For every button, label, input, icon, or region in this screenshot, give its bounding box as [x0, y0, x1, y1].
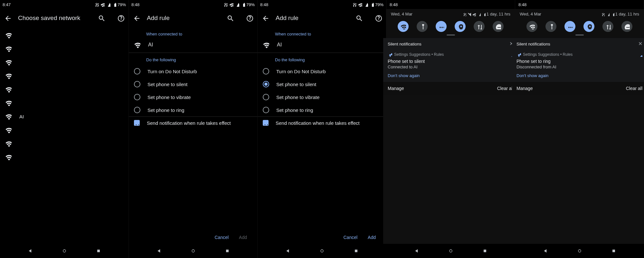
back-button[interactable]: [261, 14, 269, 22]
search-button[interactable]: [226, 14, 234, 22]
rule-option[interactable]: Set phone to silent: [129, 78, 257, 91]
condition-row[interactable]: AI: [129, 39, 257, 53]
qs-expand-handle[interactable]: [447, 35, 455, 35]
notify-label: Send notification when rule takes effect: [276, 120, 360, 126]
notification-title: Phone set to silent: [388, 59, 514, 64]
clock: 8:48: [131, 2, 139, 7]
qs-tile-data[interactable]: [474, 21, 485, 32]
back-button[interactable]: [133, 14, 140, 22]
wifi-icon: [5, 73, 12, 79]
svg-point-3: [63, 250, 66, 252]
cancel-button[interactable]: Cancel: [343, 235, 357, 240]
search-button[interactable]: [355, 14, 363, 22]
section-when-header: When connected to: [129, 27, 257, 39]
notification-card[interactable]: Settings Suggestions • Rules Phone set t…: [512, 50, 644, 82]
rule-option[interactable]: Turn on Do Not Disturb: [258, 65, 386, 78]
notification-footer: Manage Clear all: [383, 82, 518, 95]
manage-button[interactable]: Manage: [516, 86, 533, 91]
nav-recents-icon[interactable]: [225, 248, 230, 253]
rule-option[interactable]: Set phone to ring: [129, 104, 257, 116]
network-name: AI: [19, 114, 24, 119]
qs-expand-handle[interactable]: [575, 35, 584, 35]
nav-back-icon[interactable]: [28, 248, 33, 253]
add-button[interactable]: Add: [368, 235, 376, 240]
notification-subtitle: Connected to AI: [388, 64, 514, 69]
qs-tile-flashlight[interactable]: [545, 21, 556, 32]
network-row[interactable]: [0, 83, 128, 96]
nav-recents-icon[interactable]: [354, 248, 359, 253]
qs-tile-dnd[interactable]: [493, 21, 504, 32]
network-row[interactable]: [0, 69, 128, 83]
page-title: Choose saved network: [18, 15, 91, 22]
wifi-icon: [134, 42, 140, 48]
nav-recents-icon[interactable]: [482, 248, 488, 253]
clear-all-button[interactable]: Clear all: [626, 86, 642, 91]
back-button[interactable]: [4, 14, 12, 22]
rule-option[interactable]: Set phone to vibrate: [258, 91, 386, 104]
rule-option-label: Turn on Do Not Disturb: [276, 69, 326, 74]
rule-option[interactable]: Set phone to silent: [258, 78, 386, 91]
qs-tile-flashlight[interactable]: [417, 21, 428, 32]
nav-home-icon[interactable]: [191, 248, 196, 253]
nav-home-icon[interactable]: [577, 248, 582, 253]
nav-home-icon[interactable]: [62, 248, 67, 253]
qs-tile-wifi[interactable]: [526, 21, 537, 32]
nav-back-icon[interactable]: [543, 248, 548, 253]
help-button[interactable]: [117, 14, 125, 22]
qs-date: Wed, 4 Mar: [520, 12, 541, 16]
qs-tile-location[interactable]: [583, 21, 594, 32]
notification-action-dont-show[interactable]: Don't show again: [516, 73, 642, 78]
nav-recents-icon[interactable]: [96, 248, 101, 253]
network-row[interactable]: AI: [0, 110, 128, 123]
network-row[interactable]: [0, 42, 128, 55]
condition-row[interactable]: AI: [258, 39, 386, 53]
qs-header: Wed, 4 Mar 1 day, 11 hrs: [390, 9, 512, 18]
network-row[interactable]: [0, 150, 128, 164]
chevron-up-icon[interactable]: [638, 52, 642, 57]
dimmed-background: [512, 95, 644, 244]
qs-tile-data[interactable]: [602, 21, 613, 32]
network-row[interactable]: [0, 123, 128, 137]
qs-tile-more[interactable]: [436, 21, 447, 32]
network-row[interactable]: [0, 137, 128, 150]
qs-tile-location[interactable]: [455, 21, 466, 32]
rule-option[interactable]: Turn on Do Not Disturb: [129, 65, 257, 78]
nav-back-icon[interactable]: [156, 248, 162, 253]
help-button[interactable]: [374, 14, 382, 22]
nav-home-icon[interactable]: [448, 248, 453, 253]
notification-action-dont-show[interactable]: Don't show again: [388, 73, 514, 78]
wifi-icon: [5, 59, 12, 65]
settings-icon: [516, 52, 521, 57]
search-button[interactable]: [98, 14, 105, 22]
status-bar: 8:48: [515, 0, 644, 9]
nav-back-icon[interactable]: [414, 248, 419, 253]
notify-toggle-row[interactable]: Send notification when rule takes effect: [129, 117, 257, 129]
bell-off-icon: [467, 12, 471, 16]
help-button[interactable]: [246, 14, 253, 22]
wifi-icon: [5, 140, 12, 147]
qs-tile-wifi[interactable]: [398, 21, 409, 32]
rule-option[interactable]: Set phone to ring: [258, 104, 386, 116]
status-bar: 8:48: [386, 0, 515, 9]
silent-section-close[interactable]: ✕: [638, 41, 642, 46]
clear-all-button[interactable]: Clear all: [497, 86, 514, 91]
qs-tile-more[interactable]: [564, 21, 575, 32]
network-row[interactable]: [0, 96, 128, 110]
notification-card[interactable]: Settings Suggestions • Rules Phone set t…: [383, 50, 518, 82]
wifi-icon: [100, 2, 105, 7]
screen-notification-silent: 8:48 Wed, 4 Mar 1 day, 11 hrs: [386, 0, 515, 258]
quick-settings: Wed, 4 Mar 1 day, 11 hrs: [515, 9, 644, 38]
rule-option[interactable]: Set phone to vibrate: [129, 91, 257, 104]
wifi-icon: [472, 12, 476, 16]
nav-back-icon[interactable]: [285, 248, 290, 253]
battery-icon: [369, 2, 374, 7]
network-row[interactable]: [0, 28, 128, 42]
notify-toggle-row[interactable]: Send notification when rule takes effect: [258, 117, 386, 129]
manage-button[interactable]: Manage: [388, 86, 404, 91]
svg-rect-12: [612, 250, 615, 252]
nav-home-icon[interactable]: [319, 248, 325, 253]
network-row[interactable]: [0, 55, 128, 69]
qs-tile-dnd[interactable]: [621, 21, 632, 32]
nav-recents-icon[interactable]: [611, 248, 616, 253]
cancel-button[interactable]: Cancel: [214, 235, 229, 240]
